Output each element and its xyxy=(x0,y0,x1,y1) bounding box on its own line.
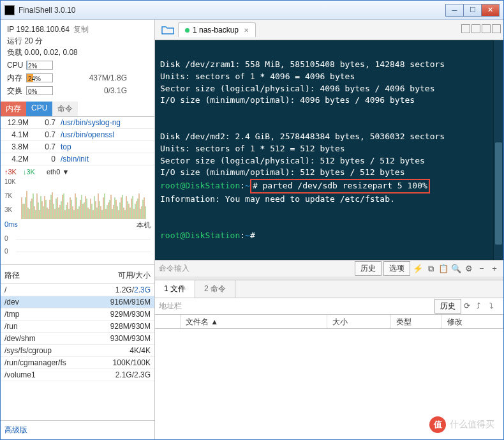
svg-rect-75 xyxy=(89,209,90,219)
view-icons[interactable] xyxy=(460,24,501,35)
fs-size-header[interactable]: 可用/大小 xyxy=(94,270,151,281)
fs-row[interactable]: /volume12.1G/2.3G xyxy=(1,369,154,381)
plus-icon[interactable]: + xyxy=(489,264,500,274)
svg-rect-88 xyxy=(122,195,123,219)
file-list-empty xyxy=(155,329,503,439)
fs-path-header[interactable]: 路径 xyxy=(4,270,94,281)
svg-rect-27 xyxy=(90,199,91,219)
col-modified[interactable]: 修改 xyxy=(442,315,503,328)
svg-rect-57 xyxy=(43,206,44,219)
terminal-scrollbar[interactable] xyxy=(493,40,503,260)
terminal-footer: 命令输入 历史 选项 ⚡ ⧉ 📋 🔍 ⚙ − + xyxy=(155,260,503,277)
net-iface[interactable]: eth0 ▼ xyxy=(47,168,69,176)
bolt-icon[interactable]: ⚡ xyxy=(413,264,423,274)
svg-rect-36 xyxy=(113,205,114,219)
svg-rect-11 xyxy=(49,200,50,219)
svg-rect-59 xyxy=(48,209,49,219)
svg-rect-89 xyxy=(124,210,126,219)
cmd-input-hint[interactable]: 命令输入 xyxy=(159,263,353,274)
process-row[interactable]: 4.2M0/sbin/init xyxy=(1,153,154,165)
svg-rect-54 xyxy=(35,210,36,219)
svg-rect-28 xyxy=(93,210,94,219)
svg-rect-55 xyxy=(38,202,39,219)
svg-rect-83 xyxy=(109,200,110,219)
fs-row[interactable]: /1.2G/2.3G xyxy=(1,284,154,296)
svg-rect-0 xyxy=(21,197,22,219)
search-icon[interactable]: 🔍 xyxy=(451,264,461,274)
history-button[interactable]: 历史 xyxy=(355,261,382,276)
fs-row[interactable]: /run928M/930M xyxy=(1,321,154,333)
highlighted-cmd: # parted /dev/sdb resizepart 5 100% xyxy=(250,179,430,193)
svg-rect-40 xyxy=(123,208,124,219)
svg-rect-84 xyxy=(112,209,113,219)
fm-history-button[interactable]: 历史 xyxy=(434,299,461,314)
address-input[interactable]: 地址栏 xyxy=(159,301,433,312)
swap-bar: 0% xyxy=(26,86,53,95)
svg-rect-43 xyxy=(131,199,132,219)
fs-row[interactable]: /sys/fs/cgroup4K/4K xyxy=(1,345,154,357)
svg-rect-25 xyxy=(85,196,86,219)
col-name[interactable]: 文件名 ▲ xyxy=(181,315,327,328)
tab-close-icon[interactable]: ✕ xyxy=(244,27,249,34)
minimize-button[interactable]: ─ xyxy=(445,4,464,17)
gear-icon[interactable]: ⚙ xyxy=(464,264,474,274)
svg-rect-76 xyxy=(91,204,93,219)
upload-icon[interactable]: ⤴ xyxy=(477,301,487,312)
col-type[interactable]: 类型 xyxy=(391,315,442,328)
svg-rect-95 xyxy=(140,209,141,219)
svg-rect-70 xyxy=(76,197,77,219)
svg-rect-61 xyxy=(53,204,54,219)
process-row[interactable]: 12.9M0.7/usr/bin/syslog-ng xyxy=(1,117,154,129)
swap-label: 交换 xyxy=(7,85,26,96)
svg-rect-87 xyxy=(119,202,121,219)
terminal[interactable]: Disk /dev/zram1: 558 MiB, 585105408 byte… xyxy=(155,40,503,260)
svg-rect-60 xyxy=(50,195,52,219)
fs-row[interactable]: /dev/shm930M/930M xyxy=(1,333,154,345)
svg-rect-77 xyxy=(94,196,95,219)
ip-label: IP xyxy=(7,25,14,34)
refresh-icon[interactable]: ⟳ xyxy=(464,301,474,312)
svg-rect-53 xyxy=(33,193,34,219)
copy-icon[interactable]: ⧉ xyxy=(426,264,436,274)
process-row[interactable]: 3.8M0.7top xyxy=(1,141,154,153)
svg-rect-29 xyxy=(95,201,96,219)
tab-commands[interactable]: 2 命令 xyxy=(195,280,235,298)
minus-icon[interactable]: − xyxy=(477,264,487,274)
process-row[interactable]: 4.1M0.7/usr/bin/openssl xyxy=(1,129,154,141)
svg-rect-69 xyxy=(73,210,75,219)
svg-rect-8 xyxy=(41,201,43,219)
app-icon xyxy=(4,5,15,15)
options-button[interactable]: 选项 xyxy=(383,261,410,276)
folder-icon[interactable] xyxy=(161,25,174,35)
advanced-link[interactable]: 高级版 xyxy=(1,420,154,439)
maximize-button[interactable]: ☐ xyxy=(463,4,482,17)
tab-nas-backup[interactable]: 1 nas-backup ✕ xyxy=(178,22,256,37)
ip-value: 192.168.100.64 xyxy=(16,25,69,34)
svg-rect-96 xyxy=(142,200,144,219)
fs-row[interactable]: /dev916M/916M xyxy=(1,296,154,308)
svg-rect-80 xyxy=(101,210,103,219)
svg-rect-48 xyxy=(144,197,145,219)
fs-row[interactable]: /tmp929M/930M xyxy=(1,308,154,321)
svg-rect-93 xyxy=(135,204,136,219)
process-table: 12.9M0.7/usr/bin/syslog-ng4.1M0.7/usr/bi… xyxy=(1,117,154,165)
latency-host[interactable]: 本机 xyxy=(137,220,151,230)
latency-label: 0ms xyxy=(4,220,18,230)
close-button[interactable]: ✕ xyxy=(481,4,500,17)
paste-icon[interactable]: 📋 xyxy=(438,264,448,274)
download-icon[interactable]: ⤵ xyxy=(489,301,500,312)
svg-rect-64 xyxy=(61,201,62,219)
fs-row[interactable]: /run/cgmanager/fs100K/100K xyxy=(1,357,154,369)
col-size[interactable]: 大小 xyxy=(327,315,391,328)
svg-rect-51 xyxy=(27,208,29,219)
svg-rect-13 xyxy=(54,209,56,219)
fs-table: /1.2G/2.3G/dev916M/916M/tmp929M/930M/run… xyxy=(1,284,154,420)
tab-files[interactable]: 1 文件 xyxy=(155,280,195,298)
net-up: ↑3K xyxy=(4,168,17,176)
svg-rect-3 xyxy=(29,209,30,219)
file-columns: 文件名 ▲ 大小 类型 修改 xyxy=(155,315,503,329)
uptime: 运行 20 分 xyxy=(7,35,148,47)
copy-link[interactable]: 复制 xyxy=(73,25,89,34)
svg-rect-86 xyxy=(117,206,118,219)
net-down: ↓3K xyxy=(23,168,35,176)
